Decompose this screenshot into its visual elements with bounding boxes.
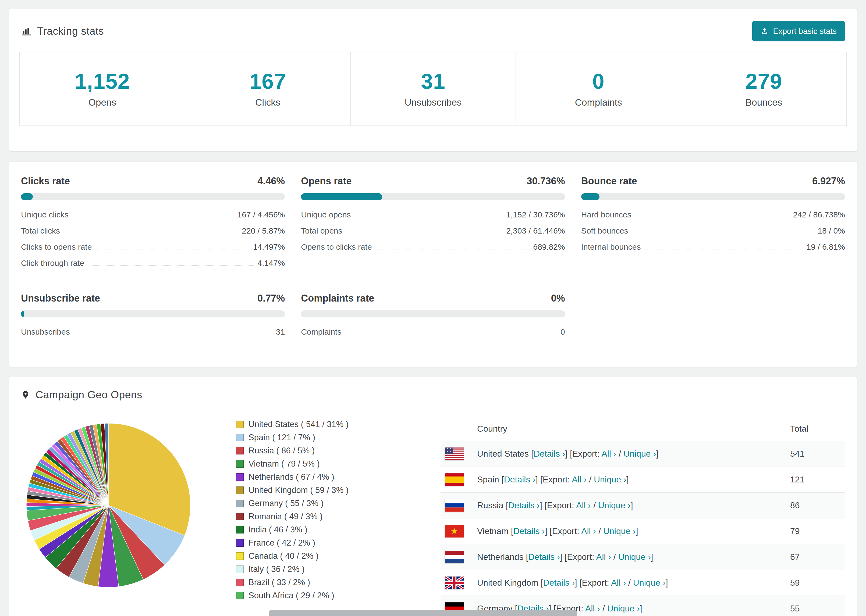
country-cell: Netherlands [Details ›] [Export: All › /… xyxy=(473,544,786,570)
export-all-link[interactable]: All › xyxy=(581,526,596,536)
horizontal-scrollbar[interactable] xyxy=(269,610,577,616)
rate-row-total-clicks: Total clicks220 / 5.87% xyxy=(21,223,285,239)
export-basic-stats-button[interactable]: Export basic stats xyxy=(752,21,845,41)
rate-row-value: 31 xyxy=(276,327,285,336)
geo-header: Campaign Geo Opens xyxy=(9,377,857,412)
export-unique-link[interactable]: Unique › xyxy=(607,603,640,613)
tracking-stats-card: Tracking stats Export basic stats 1,152O… xyxy=(9,9,857,152)
stat-box-bounces: 279Bounces xyxy=(681,52,846,126)
page: Tracking stats Export basic stats 1,152O… xyxy=(0,0,866,616)
dotted-leader xyxy=(354,217,502,217)
stat-label: Clicks xyxy=(185,97,350,108)
rate-row-soft-bounces: Soft bounces18 / 0% xyxy=(581,223,845,239)
rates-card: Clicks rate4.46%Unique clicks167 / 4.456… xyxy=(9,161,857,367)
geo-body: United States ( 541 / 31% )Spain ( 121 /… xyxy=(9,412,857,616)
country-total: 59 xyxy=(786,570,845,596)
details-link[interactable]: Details › xyxy=(528,552,560,562)
flag-cell xyxy=(441,570,473,596)
rate-row-value: 0 xyxy=(561,327,565,336)
bracket: ] xyxy=(545,526,547,536)
rate-row-internal-bounces: Internal bounces19 / 6.81% xyxy=(581,239,845,255)
legend-label: Russia ( 86 / 5% ) xyxy=(249,446,315,456)
legend-item-spain: Spain ( 121 / 7% ) xyxy=(236,433,371,442)
rate-row-opens-to-clicks-rate: Opens to clicks rate689.82% xyxy=(301,239,565,255)
flag-cell xyxy=(441,441,473,467)
details-link[interactable]: Details › xyxy=(504,475,535,484)
rate-row-label: Unique opens xyxy=(301,210,351,219)
legend-label: France ( 42 / 2% ) xyxy=(249,538,315,548)
flag-vn-icon xyxy=(445,525,464,537)
export-all-link[interactable]: All › xyxy=(601,449,616,459)
details-link[interactable]: Details › xyxy=(543,578,575,588)
rate-row-label: Soft bounces xyxy=(581,226,628,236)
details-link[interactable]: Details › xyxy=(534,449,565,459)
dotted-leader xyxy=(72,217,234,217)
rate-row-label: Total clicks xyxy=(21,226,60,236)
progress-fill xyxy=(301,193,382,200)
stat-value: 1,152 xyxy=(20,69,185,94)
export-unique-link[interactable]: Unique › xyxy=(633,578,666,588)
export-unique-link[interactable]: Unique › xyxy=(598,500,631,510)
bracket: ] xyxy=(636,526,638,536)
rate-row-unsubscribes: Unsubscribes31 xyxy=(21,324,285,340)
rate-title: Complaints rate xyxy=(301,293,374,304)
legend-label: Netherlands ( 67 / 4% ) xyxy=(249,472,334,482)
legend-item-brazil: Brazil ( 33 / 2% ) xyxy=(236,578,371,587)
bracket: [ xyxy=(502,475,504,484)
export-label: [Export: xyxy=(545,500,574,510)
rate-row-clicks-to-opens-rate: Clicks to opens rate14.497% xyxy=(21,239,285,255)
legend-swatch xyxy=(236,539,244,547)
separator: / xyxy=(589,475,591,484)
export-all-link[interactable]: All › xyxy=(576,500,591,510)
export-label: [Export: xyxy=(565,552,594,562)
rate-head: Bounce rate6.927% xyxy=(581,176,845,187)
details-link[interactable]: Details › xyxy=(513,526,545,536)
stat-label: Opens xyxy=(20,97,185,108)
rate-row-value: 1,152 / 30.736% xyxy=(506,210,565,219)
country-cell: United Kingdom [Details ›] [Export: All … xyxy=(473,570,786,596)
export-all-link[interactable]: All › xyxy=(572,475,587,484)
rate-row-value: 689.82% xyxy=(533,242,565,251)
rate-row-value: 4.147% xyxy=(258,259,285,268)
country-total: 79 xyxy=(786,519,845,544)
separator: / xyxy=(593,500,596,510)
dotted-leader xyxy=(88,265,254,266)
geo-pie-chart xyxy=(21,416,206,592)
export-unique-link[interactable]: Unique › xyxy=(624,449,656,459)
stat-label: Bounces xyxy=(681,97,846,108)
export-unique-link[interactable]: Unique › xyxy=(594,475,627,484)
rate-row-label: Opens to clicks rate xyxy=(301,242,372,251)
legend-swatch xyxy=(236,473,244,481)
progress-bar xyxy=(301,310,565,317)
legend-swatch xyxy=(236,526,244,533)
export-unique-link[interactable]: Unique › xyxy=(603,526,636,536)
country-name: Vietnam xyxy=(477,526,509,536)
stat-label: Unsubscribes xyxy=(351,97,516,108)
stat-value: 167 xyxy=(185,69,350,94)
bracket: ] xyxy=(535,475,538,484)
bracket: [ xyxy=(531,449,534,459)
rate-title: Clicks rate xyxy=(21,176,70,187)
geo-table: Country Total United States [Details ›] … xyxy=(441,417,845,616)
flag-es-icon xyxy=(445,473,464,486)
stat-label: Complaints xyxy=(516,97,681,108)
rate-panel-opens-rate: Opens rate30.736%Unique opens1,152 / 30.… xyxy=(301,176,565,271)
rate-row-label: Unique clicks xyxy=(21,210,69,219)
separator: / xyxy=(602,603,605,613)
rate-row-label: Complaints xyxy=(301,327,341,336)
country-total: 541 xyxy=(786,441,845,467)
rates-grid: Clicks rate4.46%Unique clicks167 / 4.456… xyxy=(21,176,845,340)
legend-item-united-kingdom: United Kingdom ( 59 / 3% ) xyxy=(236,486,371,495)
separator: / xyxy=(619,449,621,459)
legend-label: Brazil ( 33 / 2% ) xyxy=(249,578,310,587)
country-total: 55 xyxy=(786,596,845,616)
export-all-link[interactable]: All › xyxy=(585,603,600,613)
flag-ru-icon xyxy=(445,499,464,512)
export-unique-link[interactable]: Unique › xyxy=(618,552,651,562)
details-link[interactable]: Details › xyxy=(508,500,540,510)
export-all-link[interactable]: All › xyxy=(596,552,611,562)
rate-title: Bounce rate xyxy=(581,176,637,187)
rate-percent: 0.77% xyxy=(257,293,285,304)
rate-percent: 30.736% xyxy=(527,176,565,187)
export-all-link[interactable]: All › xyxy=(611,578,626,588)
